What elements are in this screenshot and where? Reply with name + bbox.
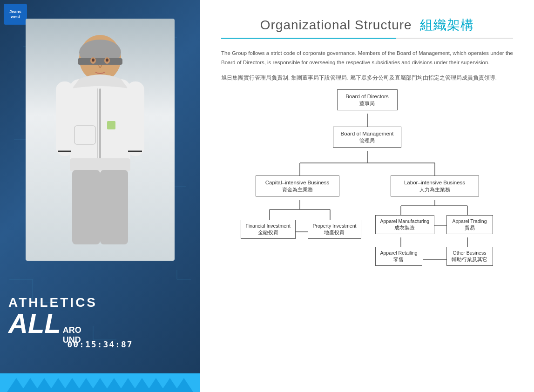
jw-logo: Jeans west: [4, 4, 27, 25]
title-en: Organizational Structure: [260, 18, 412, 32]
timecode: 00:15:34:87: [67, 339, 133, 349]
labor-inner: Labor–intensive Business 人力為主業務: [391, 176, 479, 196]
bom-en: Board of Management: [341, 130, 394, 137]
financial-en: Financial Investment: [246, 223, 291, 230]
bod-zh: 董事局: [345, 100, 390, 107]
manufacturing-en: Apparel Manufacturing: [380, 218, 430, 225]
svg-rect-22: [107, 121, 115, 129]
trading-inner: Apparel Trading 貿易: [446, 215, 493, 234]
svg-rect-10: [56, 81, 74, 156]
financial-zh: 金融投資: [246, 229, 291, 236]
manufacturing-box: Apparel Manufacturing 成衣製造: [375, 215, 435, 234]
capital-box: Capital–intensive Business 資金為主業務: [256, 176, 339, 196]
svg-rect-11: [127, 81, 144, 156]
svg-point-21: [106, 59, 108, 62]
capital-zh: 資金為主業務: [264, 186, 331, 193]
financial-box: Financial Investment 金融投資: [241, 220, 296, 239]
trading-en: Apparel Trading: [452, 218, 488, 225]
svg-rect-15: [70, 158, 130, 171]
trading-box: Apparel Trading 貿易: [446, 215, 493, 234]
athletics-text: ATHLETICS ALL ARO UND: [8, 295, 97, 345]
property-zh: 地產投資: [313, 229, 357, 236]
title-zh: 組織架構: [420, 18, 474, 32]
svg-rect-16: [72, 170, 100, 244]
trading-zh: 貿易: [452, 224, 488, 231]
athletics-line1: ATHLETICS: [8, 295, 97, 310]
manufacturing-inner: Apparel Manufacturing 成衣製造: [375, 215, 435, 234]
other-inner: Other Business 輔助行業及其它: [446, 247, 493, 266]
manufacturing-zh: 成衣製造: [380, 224, 430, 231]
org-chart: Board of Directors 董事局 Board of Manageme…: [232, 89, 502, 271]
capital-inner: Capital–intensive Business 資金為主業務: [256, 176, 339, 196]
bod-en: Board of Directors: [345, 93, 390, 100]
left-panel: Jeans west REC: [0, 0, 200, 392]
other-zh: 輔助行業及其它: [452, 256, 488, 263]
page-title: Organizational Structure 組織架構: [221, 16, 513, 34]
retailing-en: Apparel Retailing: [380, 250, 418, 257]
person-image: [26, 19, 175, 261]
description-en: The Group follows a strict code of corpo…: [221, 49, 513, 67]
person-svg: [26, 19, 175, 261]
svg-point-20: [92, 59, 95, 62]
description-zh: 旭日集團實行管理局負責制. 集團董事局下設管理局. 屬下眾多分公司及直屬部門均由…: [221, 74, 513, 83]
capital-en: Capital–intensive Business: [264, 179, 331, 186]
property-inner: Property Investment 地產投資: [308, 220, 362, 239]
labor-box: Labor–intensive Business 人力為主業務: [391, 176, 479, 196]
retailing-inner: Apparel Retailing 零售: [375, 247, 423, 266]
svg-rect-9: [99, 88, 101, 168]
title-divider: [221, 38, 513, 39]
svg-rect-7: [78, 58, 122, 65]
logo-line2: west: [11, 14, 20, 20]
bod-box: Board of Directors 董事局: [337, 89, 398, 110]
board-of-management-box: Board of Management 管理局: [333, 127, 402, 148]
svg-rect-17: [100, 170, 128, 244]
labor-zh: 人力為主業務: [399, 186, 471, 193]
right-panel: Organizational Structure 組織架構 The Group …: [200, 0, 534, 392]
property-en: Property Investment: [313, 223, 357, 230]
retailing-zh: 零售: [380, 256, 418, 263]
board-of-directors-box: Board of Directors 董事局: [337, 89, 398, 110]
around-line1: ARO: [63, 325, 81, 336]
logo-line1: Jeans: [9, 9, 21, 14]
financial-inner: Financial Investment 金融投資: [241, 220, 296, 239]
labor-en: Labor–intensive Business: [399, 179, 471, 186]
bom-zh: 管理局: [341, 137, 394, 144]
athletics-all: ALL: [8, 310, 61, 337]
other-box: Other Business 輔助行業及其它: [446, 247, 493, 266]
retailing-box: Apparel Retailing 零售: [375, 247, 423, 266]
bottom-strip: [0, 364, 200, 392]
bom-box: Board of Management 管理局: [333, 127, 402, 148]
property-box: Property Investment 地產投資: [308, 220, 362, 239]
other-en: Other Business: [452, 250, 488, 257]
stripe-pattern: [0, 364, 200, 392]
